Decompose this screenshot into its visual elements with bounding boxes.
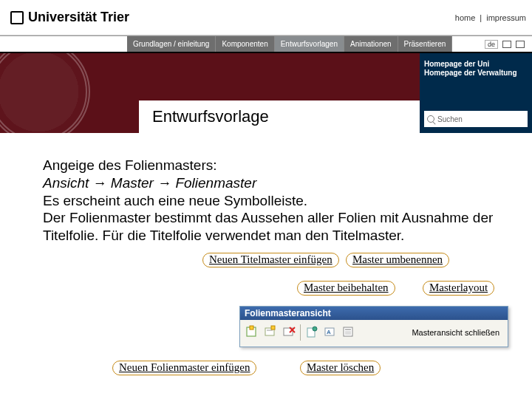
tab-animationen[interactable]: Animationen (344, 36, 398, 52)
insert-slide-master-icon[interactable] (243, 324, 261, 341)
svg-point-9 (313, 327, 317, 331)
delete-master-button[interactable]: Master löschen (300, 361, 381, 375)
nav-tabs: Grundlagen / einleitung Komponenten Entw… (127, 36, 452, 52)
link-verwaltung-homepage[interactable]: Homepage der Verwaltung (424, 69, 528, 77)
master-layout-icon[interactable] (340, 324, 358, 341)
master-layout-button[interactable]: Masterlayout (423, 281, 494, 296)
slide-content: Angeige des Folienmasters: Ansicht → Mas… (0, 133, 532, 245)
separator: | (480, 13, 482, 22)
callout-row-1: Neuen Titelmaster einfügen Master umbene… (202, 253, 339, 267)
search-box[interactable]: Suchen (424, 111, 528, 127)
svg-rect-1 (250, 326, 253, 330)
page-title: Entwurfsvorlage (139, 100, 420, 133)
hero-sidebar: Homepage der Uni Homepage der Verwaltung… (420, 53, 532, 133)
callout-keep-master: Master beibehalten (297, 281, 395, 296)
hero-seal-area (0, 53, 127, 133)
tab-grundlagen[interactable]: Grundlagen / einleitung (127, 36, 216, 52)
callout-master-layout: Masterlayout (423, 281, 494, 296)
svg-rect-4 (271, 326, 275, 330)
text-menu-path: Ansicht → Master → Folienmaster (43, 174, 501, 192)
hero-main: Entwurfsvorlage (127, 53, 420, 133)
insert-title-master-button[interactable]: Neuen Titelmaster einfügen (202, 253, 339, 267)
svg-rect-13 (345, 329, 351, 330)
rename-master-icon[interactable]: A (321, 324, 339, 341)
university-seal-icon (0, 53, 90, 133)
text-line-4: Der Folienmaster bestimmt das Aussehen a… (43, 209, 501, 245)
site-header: Universität Trier home | impressum (0, 0, 532, 35)
link-home[interactable]: home (455, 13, 476, 22)
toolbar-title: Folienmasteransicht (240, 307, 508, 320)
envelope-icon[interactable] (516, 41, 525, 48)
text-line-1: Angeige des Folienmasters: (43, 157, 501, 174)
nav-utility: de (485, 36, 532, 52)
lang-indicator[interactable]: de (485, 40, 498, 49)
delete-master-icon[interactable] (280, 324, 298, 341)
printer-icon[interactable] (502, 41, 511, 48)
header-top-links: home | impressum (455, 13, 526, 22)
hero-side-links: Homepage der Uni Homepage der Verwaltung (424, 59, 528, 78)
tab-komponenten[interactable]: Komponenten (216, 36, 274, 52)
site-logo: Universität Trier (10, 10, 129, 25)
search-placeholder: Suchen (437, 115, 463, 123)
keep-master-button[interactable]: Master beibehalten (297, 281, 395, 296)
insert-slide-master-button[interactable]: Neuen Folienmaster einfügen (112, 361, 256, 375)
callout-insert-slide-master: Neuen Folienmaster einfügen (112, 361, 256, 375)
search-icon (427, 115, 434, 123)
callout-delete-master: Master löschen (300, 361, 381, 375)
tab-entwurfsvorlagen[interactable]: Entwurfsvorlagen (275, 36, 344, 52)
main-nav: Grundlagen / einleitung Komponenten Entw… (0, 35, 532, 53)
close-master-view-button[interactable]: Masteransicht schließen (406, 326, 505, 339)
keep-master-icon[interactable] (303, 324, 321, 341)
slide-master-toolbar: Folienmasteransicht A Masteransicht schl… (239, 306, 508, 347)
insert-title-master-icon[interactable] (262, 324, 279, 341)
logo-mark-icon (10, 11, 24, 24)
toolbar-separator (300, 324, 301, 341)
svg-rect-14 (345, 331, 351, 335)
logo-text: Universität Trier (28, 10, 129, 25)
tab-praesentieren[interactable]: Präsentieren (398, 36, 453, 52)
hero-banner: Entwurfsvorlage Homepage der Uni Homepag… (0, 53, 532, 133)
link-impressum[interactable]: impressum (486, 13, 526, 22)
rename-master-button[interactable]: Master umbenennen (346, 253, 449, 267)
svg-text:A: A (327, 329, 331, 335)
text-line-3: Es erscheint auch eine neue Symbolleiste… (43, 192, 501, 210)
link-uni-homepage[interactable]: Homepage der Uni (424, 60, 528, 68)
toolbar-body: A Masteransicht schließen (240, 320, 508, 345)
